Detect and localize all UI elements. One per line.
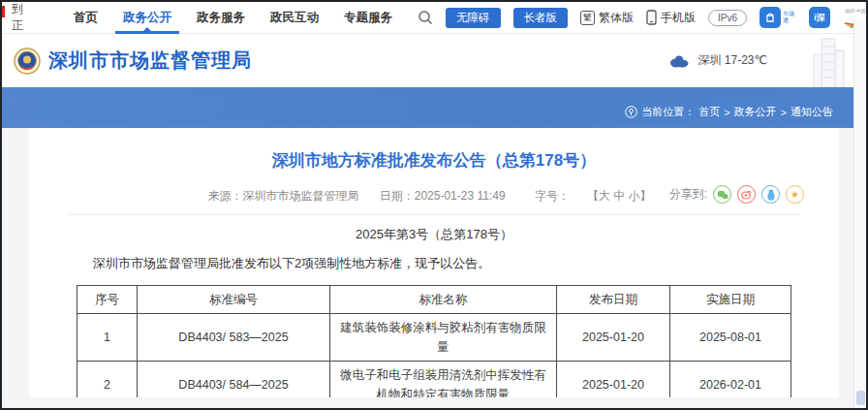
table-row: 1 DB4403/ 583—2025 建筑装饰装修涂料与胶粘剂有害物质限量 20… [78,314,791,362]
col-header-standard-name: 标准名称 [330,286,557,314]
fontsize-label: 字号： [535,189,570,203]
col-header-index: 序号 [78,286,138,314]
breadcrumb-prefix: 当前位置： [641,105,695,119]
col-header-standard-no: 标准编号 [138,286,330,314]
share-label: 分享到: [669,186,707,203]
main-nav: 首页 政务公开 政务服务 政民互动 专题服务 [74,2,418,34]
mobile-phone-icon [646,10,657,25]
weather-text: 深圳 17-23℃ [698,52,767,69]
top-utility-bar: 跳到正文 首页 政务公开 政务服务 政民互动 专题服务 无障碍 长者版 繁 繁体… [2,2,866,34]
elder-version-button[interactable]: 长者版 [513,8,569,28]
main-area: 深圳市地方标准批准发布公告（总第178号） 来源：深圳市市场监督管理局 日期：2… [2,128,866,408]
meta-source: 来源：深圳市市场监督管理局 [207,189,358,203]
cell-standard-name: 建筑装饰装修涂料与胶粘剂有害物质限量 [330,314,557,362]
favorite-star-icon[interactable]: ★ [786,185,804,204]
site-title[interactable]: 深圳市市场监督管理局 [48,47,252,74]
breadcrumb-separator: > [781,107,787,118]
nav-item-special[interactable]: 专题服务 [344,2,392,34]
meta-date: 日期：2025-01-23 11:49 [380,189,506,203]
location-pin-icon [625,106,637,118]
left-edge-marker [2,6,5,17]
weibo-share-icon[interactable] [737,185,756,204]
agency-emblem-logo [14,47,41,75]
cell-standard-no: DB4403/ 583—2025 [138,314,330,362]
page-banner: 当前位置： 首页 > 政务公开 > 通知公告 [2,87,866,128]
cell-effective-date: 2026-02-01 [670,362,791,398]
breadcrumb: 当前位置： 首页 > 政务公开 > 通知公告 [625,105,833,119]
weather-widget: 深圳 17-23℃ [668,52,767,69]
share-bar: 分享到: [669,185,804,204]
cell-publish-date: 2025-01-20 [557,362,670,398]
traditional-chinese-toggle[interactable]: 繁 繁体版 [580,10,634,26]
nav-item-home[interactable]: 首页 [74,2,98,34]
article-title: 深圳市地方标准批准发布公告（总第178号） [68,149,800,173]
vertical-scrollbar[interactable] [853,19,866,408]
ishenzhen-app-icon[interactable]: i深 [809,7,830,28]
fontsize-control[interactable]: 【大 中 小】 [587,189,652,203]
wechat-share-icon[interactable] [713,185,731,204]
meta-divider [68,214,800,215]
mobile-version-link[interactable]: 手机版 [646,10,696,26]
market-app-link[interactable]: 市场通 [760,7,796,28]
article-card: 深圳市地方标准批准发布公告（总第178号） 来源：深圳市市场监督管理局 日期：2… [29,128,839,397]
col-header-effective-date: 实施日期 [670,286,791,314]
breadcrumb-notices[interactable]: 通知公告 [790,105,833,119]
search-icon[interactable] [418,10,433,25]
ipv6-badge[interactable]: IPv6 [708,10,747,26]
nav-item-gov-open[interactable]: 政务公开 [123,2,171,34]
table-header-row: 序号 标准编号 标准名称 发布日期 实施日期 [78,286,791,314]
cell-publish-date: 2025-01-20 [557,314,670,362]
topbar-tools: 无障碍 长者版 繁 繁体版 手机版 IPv6 [418,6,868,29]
city-logo-label: 深圳·中国 [845,8,866,15]
market-app-icon [760,7,781,28]
browser-viewport: 跳到正文 首页 政务公开 政务服务 政民互动 专题服务 无障碍 长者版 繁 繁体… [0,0,868,410]
col-header-publish-date: 发布日期 [557,286,670,314]
meta-fontsize: 字号：【大 中 小】 [526,189,661,203]
cell-effective-date: 2025-08-01 [670,314,791,362]
site-header: 深圳市市场监督管理局 深圳 17-23℃ [2,34,866,87]
accessibility-button[interactable]: 无障碍 [446,8,501,28]
building-illustration [806,37,851,87]
table-row: 2 DB4403/ 584—2025 微电子和电子组装用清洗剂中挥发性有机物和特… [78,362,791,398]
breadcrumb-home[interactable]: 首页 [698,105,720,119]
cell-standard-no: DB4403/ 584—2025 [138,362,330,398]
nav-item-interaction[interactable]: 政民互动 [270,2,319,34]
nav-item-gov-services[interactable]: 政务服务 [197,2,245,34]
standards-table: 序号 标准编号 标准名称 发布日期 实施日期 1 DB4403/ 583—202… [77,285,791,397]
breadcrumb-gov-open[interactable]: 政务公开 [734,105,777,119]
scrollbar-thumb[interactable] [856,391,865,405]
cell-index: 2 [78,362,138,398]
cloud-icon [668,54,690,68]
document-number: 2025年第3号（总第178号） [68,226,800,243]
breadcrumb-separator: > [724,107,729,118]
announcement-paragraph: 深圳市市场监督管理局批准发布以下2项强制性地方标准，现予以公告。 [68,255,800,272]
cell-standard-name: 微电子和电子组装用清洗剂中挥发性有机物和特定有害物质限量 [330,362,557,398]
qq-share-icon[interactable] [761,185,780,204]
article-meta: 来源：深圳市市场监督管理局 日期：2025-01-23 11:49 字号：【大 … [68,188,800,205]
traditional-chinese-icon: 繁 [580,11,595,25]
cell-index: 1 [78,314,138,362]
